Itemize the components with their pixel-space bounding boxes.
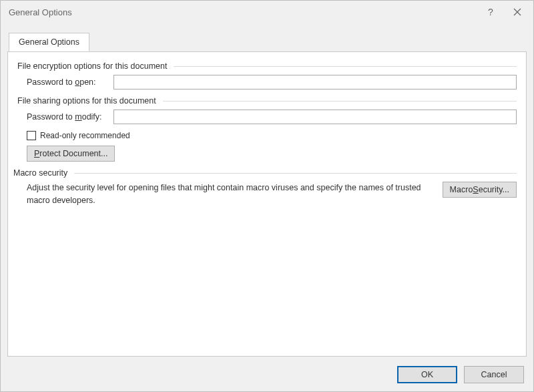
tab-general-options[interactable]: General Options (9, 33, 89, 51)
label-password-open: Password to open: (27, 77, 113, 87)
row-readonly-recommended[interactable]: Read-only recommended (27, 131, 517, 140)
macro-security-description: Adjust the security level for opening fi… (27, 182, 443, 207)
readonly-checkbox[interactable] (27, 131, 36, 140)
general-options-dialog: General Options ? General Options File e… (0, 0, 534, 392)
password-open-field[interactable] (113, 75, 517, 89)
divider (74, 173, 517, 174)
help-icon[interactable]: ? (477, 3, 504, 21)
group-title-file-sharing: File sharing options for this document (17, 96, 160, 106)
tab-panel: File encryption options for this documen… (7, 51, 527, 357)
cancel-button[interactable]: Cancel (464, 366, 524, 383)
protect-document-button[interactable]: Protect Document... (27, 146, 115, 162)
group-file-encryption: File encryption options for this documen… (17, 61, 517, 71)
group-title-file-encryption: File encryption options for this documen… (17, 61, 171, 71)
client-area: General Options File encryption options … (1, 23, 533, 391)
row-password-open: Password to open: (27, 75, 517, 89)
group-title-macro-security: Macro security (13, 168, 71, 178)
group-macro-security: Macro security (13, 168, 517, 178)
group-file-sharing: File sharing options for this document (17, 96, 517, 106)
ok-button[interactable]: OK (397, 366, 457, 383)
divider (174, 66, 517, 67)
close-icon[interactable] (504, 3, 531, 21)
row-password-modify: Password to modify: (27, 110, 517, 124)
dialog-footer: OK Cancel (397, 366, 524, 383)
titlebar: General Options ? (1, 1, 533, 23)
readonly-label: Read-only recommended (40, 131, 130, 140)
password-modify-field[interactable] (113, 110, 517, 124)
window-title: General Options (9, 7, 72, 17)
divider (163, 101, 517, 102)
macro-security-button[interactable]: Macro Security... (443, 182, 517, 198)
tab-header: General Options (9, 33, 89, 51)
label-password-modify: Password to modify: (27, 112, 113, 122)
